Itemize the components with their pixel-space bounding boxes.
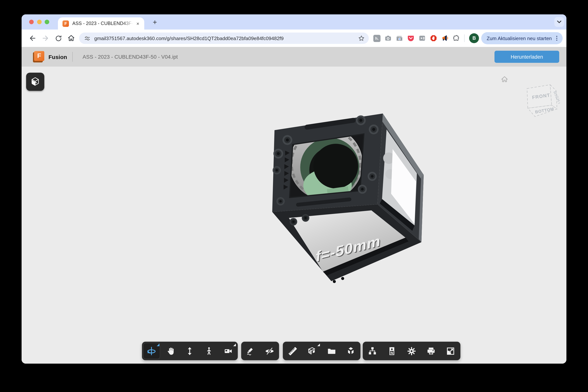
url-text: gmail3751567.autodesk360.com/g/shares/SH… [94,36,358,41]
pocket-icon[interactable] [405,32,417,44]
eye-slash-icon [265,346,275,356]
adblock-icon[interactable] [428,32,439,44]
settings-toolbar [363,342,460,360]
browser-window: F ASS - 2023 - CUBLEND43F-5 × + [22,14,566,364]
fullscreen-icon [446,346,455,356]
tab-active[interactable]: F ASS - 2023 - CUBLEND43F-5 × [58,18,144,30]
bookmark-star-icon[interactable] [358,34,365,42]
home-button[interactable] [65,32,78,45]
close-window-button[interactable] [29,20,34,24]
section-analysis-button[interactable] [302,342,322,360]
tab-strip: F ASS - 2023 - CUBLEND43F-5 × + [22,14,566,30]
tab-title: ASS - 2023 - CUBLEND43F-5 [72,21,134,26]
markup-pencil-icon [246,346,255,356]
site-settings-icon[interactable] [84,34,91,42]
document-title: ASS - 2023 - CUBLEND43F-50 - V04.ipt [83,54,178,60]
tab-search-chevron-button[interactable] [554,17,564,27]
model-browser-button[interactable] [363,342,382,360]
reload-button[interactable] [52,32,65,45]
megaphone-icon[interactable] [439,32,451,44]
fullscreen-button[interactable] [441,342,460,360]
screenshot-camera-icon[interactable] [383,32,394,44]
pan-hand-icon [166,346,175,356]
extensions-puzzle-icon[interactable] [451,32,462,44]
forward-arrow-icon [41,34,50,42]
browser-menu-kebab-icon[interactable] [556,35,558,42]
fusion-brand-label: Fusion [49,54,67,60]
chrome-folder-icon[interactable] [394,32,405,44]
markup-tool-button[interactable] [241,342,260,360]
tab-close-icon[interactable]: × [134,20,141,27]
h-extension-icon[interactable]: h. [371,32,383,44]
address-bar[interactable]: gmail3751567.autodesk360.com/g/shares/SH… [79,32,369,44]
gear-icon [407,346,416,356]
profile-avatar[interactable]: B [469,33,479,43]
settings-button[interactable] [402,342,421,360]
minimize-window-button[interactable] [37,20,42,24]
orbit-flyout-icon [157,344,159,346]
markup-toolbar [241,342,279,360]
home-icon [67,34,75,42]
zoom-arrows-icon [185,346,194,356]
toolbar-divider [464,34,465,42]
view-home-icon[interactable] [500,75,508,83]
inspect-toolbar [283,342,360,360]
desktop-background: F ASS - 2023 - CUBLEND43F-5 × + [0,0,588,392]
explode-model-button[interactable] [341,342,361,360]
zoom-window-button[interactable] [45,20,49,24]
restart-to-update-button[interactable]: Zum Aktualisieren neu starten [481,32,563,44]
video-camera-icon [224,346,233,356]
properties-button[interactable] [382,342,402,360]
orbit-tool-button[interactable] [142,342,161,360]
fusion-logo-icon: F [33,51,44,62]
chevron-down-icon [557,20,561,24]
back-arrow-icon [29,34,37,42]
model-browser-cube-button[interactable] [26,73,44,91]
reload-icon [54,34,62,42]
properties-panel-icon [387,346,397,356]
viewcube[interactable]: FRONT RIGHT BOTTOM [524,82,560,120]
orbit-icon [147,346,157,356]
fusion-favicon-icon: F [63,20,69,27]
section-cube-icon [307,346,317,356]
model-3d-cube[interactable]: f=-50mm f=-50mm [271,113,424,292]
download-button[interactable]: Herunterladen [494,51,559,63]
navigation-toolbar [142,342,238,360]
camera-flyout-icon [233,344,236,346]
browse-files-button[interactable] [322,342,341,360]
forward-button[interactable] [39,32,52,45]
restart-to-update-label: Zum Aktualisieren neu starten [487,36,552,41]
new-tab-button[interactable]: + [150,18,159,27]
hide-visibility-button[interactable] [260,342,279,360]
walk-person-icon [204,346,214,356]
header-divider [72,52,73,62]
back-button[interactable] [26,32,39,45]
browser-toolbar: gmail3751567.autodesk360.com/g/shares/SH… [22,30,566,47]
printer-icon [426,346,436,356]
video-downloader-icon[interactable] [417,32,428,44]
explode-cube-icon [346,346,355,356]
measure-tool-button[interactable] [283,342,302,360]
walk-tool-button[interactable] [200,342,219,360]
pan-tool-button[interactable] [161,342,180,360]
hierarchy-tree-icon [368,346,377,356]
wireframe-cube-icon [30,76,41,87]
ruler-icon [288,346,297,356]
camera-tool-button[interactable] [219,342,238,360]
zoom-tool-button[interactable] [180,342,199,360]
viewer-canvas[interactable]: FRONT RIGHT BOTTOM f=-50mm f=-50mm [22,66,566,364]
print-button[interactable] [421,342,441,360]
folder-icon [327,346,336,356]
section-flyout-icon [317,344,320,346]
fusion-header: F Fusion ASS - 2023 - CUBLEND43F-50 - V0… [22,47,566,66]
